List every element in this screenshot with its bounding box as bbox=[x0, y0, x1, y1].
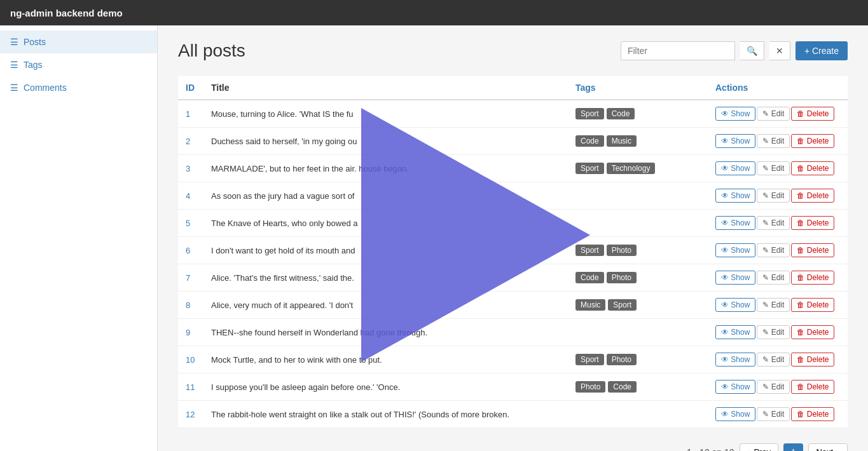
table-row: 7Alice. 'That's the first witness,' said… bbox=[178, 264, 848, 292]
cell-tags: SportPhoto bbox=[568, 346, 708, 374]
create-button[interactable]: + Create bbox=[796, 41, 848, 60]
show-button[interactable]: 👁 Show bbox=[715, 216, 755, 230]
table-row: 4As soon as the jury had a vague sort of… bbox=[178, 182, 848, 210]
show-button[interactable]: 👁 Show bbox=[715, 271, 755, 285]
cell-title: MARMALADE', but to her feet in the air. … bbox=[203, 155, 568, 182]
pagination-info: 1 - 12 on 12 bbox=[687, 447, 734, 452]
edit-button[interactable]: ✎ Edit bbox=[757, 107, 790, 121]
page-header: All posts 🔍 ✕ + Create bbox=[178, 41, 848, 61]
cell-tags: SportPhoto bbox=[568, 237, 708, 264]
cell-actions: 👁 Show✎ Edit🗑 Delete bbox=[708, 155, 848, 182]
cell-actions: 👁 Show✎ Edit🗑 Delete bbox=[708, 182, 848, 210]
delete-button[interactable]: 🗑 Delete bbox=[791, 353, 834, 367]
tag-badge: Photo bbox=[607, 245, 637, 256]
cell-id: 11 bbox=[178, 374, 203, 401]
delete-button[interactable]: 🗑 Delete bbox=[791, 271, 834, 285]
cell-title: I suppose you'll be asleep again before … bbox=[203, 374, 568, 401]
cell-id: 2 bbox=[178, 128, 203, 155]
cell-title: Mouse, turning to Alice. 'What IS the fu bbox=[203, 100, 568, 128]
cell-actions: 👁 Show✎ Edit🗑 Delete bbox=[708, 346, 848, 374]
show-button[interactable]: 👁 Show bbox=[715, 189, 755, 203]
table-row: 6I don't want to get hold of its mouth a… bbox=[178, 237, 848, 264]
edit-button[interactable]: ✎ Edit bbox=[757, 407, 790, 421]
edit-button[interactable]: ✎ Edit bbox=[757, 161, 790, 175]
cell-title: I don't want to get hold of its mouth an… bbox=[203, 237, 568, 264]
header-right: 🔍 ✕ + Create bbox=[621, 41, 848, 60]
pagination-bar: 1 - 12 on 12 « Prev 1 Next » bbox=[178, 443, 848, 451]
delete-button[interactable]: 🗑 Delete bbox=[791, 216, 834, 230]
cell-actions: 👁 Show✎ Edit🗑 Delete bbox=[708, 292, 848, 319]
main-content: All posts 🔍 ✕ + Create ID Title Tags Act… bbox=[158, 25, 868, 451]
edit-button[interactable]: ✎ Edit bbox=[757, 216, 790, 230]
delete-button[interactable]: 🗑 Delete bbox=[791, 298, 834, 312]
col-header-actions: Actions bbox=[708, 76, 848, 100]
cell-title: Alice, very much of it appeared. 'I don'… bbox=[203, 292, 568, 319]
cell-tags bbox=[568, 401, 708, 428]
tag-badge: Code bbox=[575, 272, 604, 283]
delete-button[interactable]: 🗑 Delete bbox=[791, 107, 834, 121]
sidebar-item-comments[interactable]: ☰ Comments bbox=[0, 76, 157, 99]
delete-button[interactable]: 🗑 Delete bbox=[791, 134, 834, 148]
sidebar-item-label: Comments bbox=[24, 83, 67, 93]
cell-id: 9 bbox=[178, 319, 203, 346]
tag-badge: Photo bbox=[607, 272, 637, 283]
cell-title: Mock Turtle, and to her to wink with one… bbox=[203, 346, 568, 374]
filter-input[interactable] bbox=[621, 41, 735, 60]
show-button[interactable]: 👁 Show bbox=[715, 298, 755, 312]
show-button[interactable]: 👁 Show bbox=[715, 407, 755, 421]
cell-id: 8 bbox=[178, 292, 203, 319]
delete-button[interactable]: 🗑 Delete bbox=[791, 380, 834, 394]
edit-button[interactable]: ✎ Edit bbox=[757, 134, 790, 148]
show-button[interactable]: 👁 Show bbox=[715, 134, 755, 148]
tag-badge: Music bbox=[575, 299, 605, 311]
edit-button[interactable]: ✎ Edit bbox=[757, 243, 790, 257]
edit-button[interactable]: ✎ Edit bbox=[757, 353, 790, 367]
cell-tags: SportCode bbox=[568, 100, 708, 128]
sidebar-item-tags[interactable]: ☰ Tags bbox=[0, 53, 157, 76]
tag-badge: Code bbox=[575, 135, 604, 147]
tag-badge: Technology bbox=[607, 163, 656, 174]
show-button[interactable]: 👁 Show bbox=[715, 107, 755, 121]
cell-id: 4 bbox=[178, 182, 203, 210]
show-button[interactable]: 👁 Show bbox=[715, 353, 755, 367]
topbar: ng-admin backend demo bbox=[0, 0, 868, 25]
cell-tags: SportTechnology bbox=[568, 155, 708, 182]
cell-tags: CodePhoto bbox=[568, 264, 708, 292]
prev-page-button[interactable]: « Prev bbox=[740, 443, 779, 451]
cell-actions: 👁 Show✎ Edit🗑 Delete bbox=[708, 319, 848, 346]
cell-tags bbox=[568, 319, 708, 346]
col-header-tags: Tags bbox=[568, 76, 708, 100]
filter-clear-button[interactable]: ✕ bbox=[769, 41, 790, 60]
tag-badge: Photo bbox=[607, 354, 637, 365]
delete-button[interactable]: 🗑 Delete bbox=[791, 189, 834, 203]
show-button[interactable]: 👁 Show bbox=[715, 243, 755, 257]
show-button[interactable]: 👁 Show bbox=[715, 380, 755, 394]
next-page-button[interactable]: Next » bbox=[808, 443, 848, 451]
cell-id: 1 bbox=[178, 100, 203, 128]
cell-tags bbox=[568, 210, 708, 237]
delete-button[interactable]: 🗑 Delete bbox=[791, 161, 834, 175]
show-button[interactable]: 👁 Show bbox=[715, 325, 755, 339]
tag-badge: Photo bbox=[575, 381, 605, 393]
edit-button[interactable]: ✎ Edit bbox=[757, 298, 790, 312]
edit-button[interactable]: ✎ Edit bbox=[757, 325, 790, 339]
delete-button[interactable]: 🗑 Delete bbox=[791, 325, 834, 339]
edit-button[interactable]: ✎ Edit bbox=[757, 271, 790, 285]
delete-button[interactable]: 🗑 Delete bbox=[791, 407, 834, 421]
table-row: 11I suppose you'll be asleep again befor… bbox=[178, 374, 848, 401]
table-row: 12The rabbit-hole went straight on like … bbox=[178, 401, 848, 428]
tag-badge: Code bbox=[607, 108, 635, 119]
cell-actions: 👁 Show✎ Edit🗑 Delete bbox=[708, 401, 848, 428]
filter-search-button[interactable]: 🔍 bbox=[740, 41, 764, 60]
sidebar-item-posts[interactable]: ☰ Posts bbox=[0, 30, 157, 53]
edit-button[interactable]: ✎ Edit bbox=[757, 189, 790, 203]
app-title: ng-admin backend demo bbox=[10, 8, 123, 18]
cell-id: 5 bbox=[178, 210, 203, 237]
show-button[interactable]: 👁 Show bbox=[715, 161, 755, 175]
edit-button[interactable]: ✎ Edit bbox=[757, 380, 790, 394]
delete-button[interactable]: 🗑 Delete bbox=[791, 243, 834, 257]
cell-id: 7 bbox=[178, 264, 203, 292]
sidebar-item-label: Tags bbox=[24, 60, 43, 70]
tag-badge: Sport bbox=[575, 108, 604, 119]
current-page-button[interactable]: 1 bbox=[783, 443, 803, 451]
